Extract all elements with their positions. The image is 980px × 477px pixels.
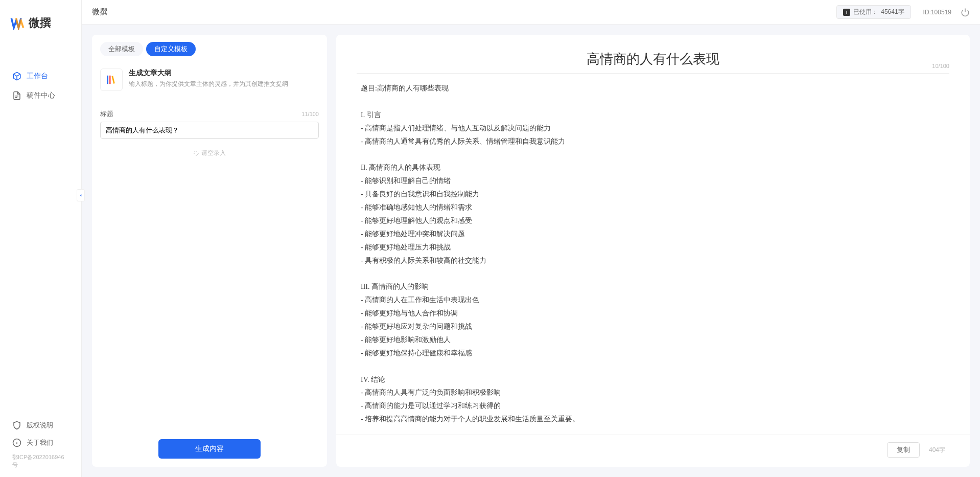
topbar: 微撰 T 已使用： 45641字 ID:100519 (82, 0, 980, 25)
copy-button[interactable]: 复制 (887, 442, 920, 458)
main: 微撰 T 已使用： 45641字 ID:100519 全部模板 自定义模板 (82, 0, 980, 477)
logo-text: 微撰 (29, 15, 51, 31)
field-label: 标题 (100, 109, 113, 119)
sidebar-item-label: 版权说明 (27, 421, 53, 430)
sidebar-item-label: 关于我们 (27, 438, 53, 447)
field-count: 11/100 (301, 111, 319, 117)
page-title: 微撰 (92, 7, 107, 17)
sidebar-item-workbench[interactable]: 工作台 (0, 66, 81, 86)
output-title-count: 10/100 (932, 63, 949, 69)
output-header: 高情商的人有什么表现 10/100 (357, 35, 949, 74)
usage-badge[interactable]: T 已使用： 45641字 (836, 5, 911, 19)
sidebar-item-copyright[interactable]: 版权说明 (0, 417, 81, 434)
empty-hint: 请空录入 (100, 139, 319, 168)
generate-button[interactable]: 生成内容 (158, 439, 261, 459)
sparkle-icon (193, 150, 199, 156)
template-thumb (100, 69, 123, 91)
user-id: ID:100519 (923, 9, 951, 16)
shield-icon (12, 421, 21, 430)
sidebar-item-about[interactable]: 关于我们 (0, 434, 81, 451)
usage-label: 已使用： (853, 8, 878, 16)
icp-link[interactable]: 鄂ICP备2022016946号 (0, 451, 81, 471)
output-body: 题目:高情商的人有哪些表现 I. 引言 - 高情商是指人们处理情绪、与他人互动以… (336, 74, 970, 435)
empty-hint-text: 请空录入 (201, 149, 226, 157)
info-icon (12, 438, 21, 447)
text-icon: T (843, 9, 850, 16)
nav: 工作台 稿件中心 (0, 41, 81, 417)
workspace: 全部模板 自定义模板 生成文章大纲 输入标题，为你提供文章主体的灵感，并为其创建… (82, 25, 980, 477)
template-desc: 输入标题，为你提供文章主体的灵感，并为其创建推文提纲 (129, 80, 288, 88)
template-info: 生成文章大纲 输入标题，为你提供文章主体的灵感，并为其创建推文提纲 (129, 69, 288, 91)
template-card: 生成文章大纲 输入标题，为你提供文章主体的灵感，并为其创建推文提纲 (92, 63, 327, 99)
sidebar: 微撰 工作台 稿件中心 版权说明 关于我们 鄂ICP备2022016946号 (0, 0, 82, 477)
books-icon (106, 74, 117, 85)
left-panel: 全部模板 自定义模板 生成文章大纲 输入标题，为你提供文章主体的灵感，并为其创建… (92, 35, 327, 467)
chevron-left-icon (78, 193, 83, 198)
tab-custom-templates[interactable]: 自定义模板 (146, 42, 196, 56)
usage-value: 45641字 (881, 8, 904, 16)
title-input[interactable] (100, 122, 319, 139)
word-count: 404字 (929, 446, 945, 455)
output-title: 高情商的人有什么表现 (377, 50, 929, 68)
document-icon (12, 91, 21, 100)
cube-icon (12, 72, 21, 81)
output-footer: 复制 404字 (336, 435, 970, 467)
power-icon[interactable] (961, 8, 970, 17)
form-section: 标题 11/100 请空录入 (92, 99, 327, 431)
logo[interactable]: 微撰 (0, 0, 81, 41)
sidebar-item-label: 工作台 (27, 72, 48, 81)
sidebar-footer: 版权说明 关于我们 鄂ICP备2022016946号 (0, 417, 81, 477)
sidebar-item-documents[interactable]: 稿件中心 (0, 86, 81, 105)
template-tabs: 全部模板 自定义模板 (92, 35, 327, 63)
template-title: 生成文章大纲 (129, 69, 288, 78)
sidebar-item-label: 稿件中心 (27, 91, 55, 100)
sidebar-collapse-handle[interactable] (77, 189, 85, 201)
logo-icon (10, 16, 25, 30)
right-panel: 高情商的人有什么表现 10/100 题目:高情商的人有哪些表现 I. 引言 - … (336, 35, 970, 467)
tab-all-templates[interactable]: 全部模板 (100, 42, 143, 56)
